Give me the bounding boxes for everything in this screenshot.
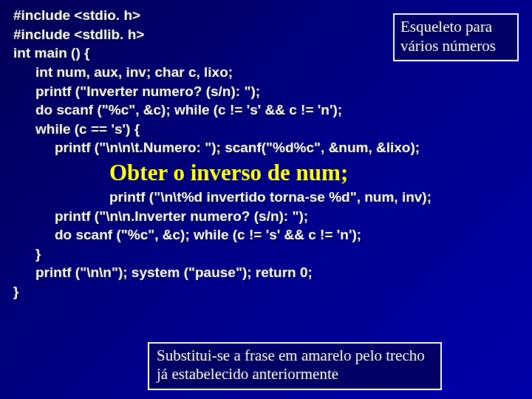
code-line-11: do scanf ("%c", &c); while (c != 's' && …: [13, 225, 519, 245]
code-line-8: printf ("\n\n\t.Numero: "); scanf("%d%c"…: [13, 138, 519, 157]
code-line-12: }: [13, 245, 519, 264]
callout-bottom: Substitui-se a frase em amarelo pelo tre…: [148, 342, 442, 390]
code-line-4: int num, aux, inv; char c, lixo;: [13, 63, 519, 82]
callout-top-right: Esqueleto para vários números: [393, 13, 519, 61]
highlight-line: Obter o inverso de num;: [13, 159, 519, 188]
code-line-6: do scanf ("%c", &c); while (c != 's' && …: [13, 100, 519, 120]
code-line-14: }: [13, 282, 519, 301]
code-line-13: printf ("\n\n"); system ("pause"); retur…: [13, 263, 519, 282]
code-line-5: printf ("Inverter numero? (s/n): ");: [13, 82, 519, 101]
code-line-9: printf ("\n\t%d invertido torna-se %d", …: [13, 188, 519, 207]
code-line-7: while (c == 's') {: [13, 120, 519, 139]
code-line-10: printf ("\n\n.Inverter numero? (s/n): ")…: [13, 207, 519, 226]
